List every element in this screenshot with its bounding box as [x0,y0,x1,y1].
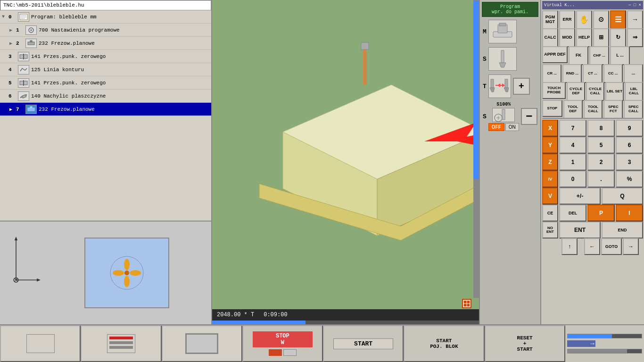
calc-button[interactable]: CALC [542,28,558,47]
num-8-key[interactable]: 8 [587,120,615,137]
num-7-key[interactable]: 7 [559,120,586,137]
spindle-off-button[interactable]: OFF [488,123,504,131]
start-button[interactable]: START [323,325,404,362]
mod-button[interactable]: MOD [559,28,575,47]
up-arrow-key[interactable]: ↑ [561,238,578,255]
v-key[interactable]: V [542,188,558,205]
arrow-right2-button[interactable]: ⇒ [627,28,643,47]
ent-key[interactable]: ENT [559,222,601,239]
svg-marker-16 [15,237,17,240]
right-arrow-key[interactable]: → [623,238,639,255]
bottom-btn-1[interactable] [0,325,81,362]
tree-item-4[interactable]: 4 125 Linia konturu [0,63,211,76]
info-icon-button[interactable]: ⊙ [593,10,609,29]
lbl-call-button[interactable]: LBL CALL [625,82,643,101]
appr-def-button[interactable]: APPR DEF [542,46,568,63]
virtual-kb-title: Virtual K... [544,3,575,8]
bottom-btn-2[interactable] [81,325,161,362]
num-4-key[interactable]: 4 [559,137,586,154]
arrow-right-button[interactable]: → [627,10,643,29]
percent-key[interactable]: % [616,171,643,188]
svg-rect-7 [30,41,32,42]
ct-button[interactable]: CT ... [583,64,602,83]
lbl-set-button[interactable]: LBL SET [605,82,624,101]
end-key[interactable]: END [602,222,643,239]
num-0-key[interactable]: 0 [559,171,586,188]
tree-item-2[interactable]: ▶ 2 232 Frezow.planowe [0,37,211,50]
svg-point-25 [124,276,130,287]
plus-minus-key[interactable]: +/- [559,188,601,205]
tool-call-button[interactable]: TOOL CALL [584,100,603,119]
minus-button[interactable]: − [521,108,537,125]
chf-def-button[interactable]: CHF ... [589,46,609,65]
ce-key[interactable]: CE [542,205,558,222]
num-row-v: V +/- Q [542,188,643,204]
iv-key[interactable]: IV [542,171,558,188]
spindle-svg [493,108,514,122]
num-1-key[interactable]: 1 [559,154,586,171]
tool-def-button[interactable]: TOOL DEF [563,100,583,119]
help-button[interactable]: HELP [576,28,592,47]
bottom-icon-2 [107,334,135,353]
del-key[interactable]: DEL [559,205,586,222]
spec-fct-button[interactable]: SPEC FCT [603,100,623,119]
program-icon [18,12,29,22]
machine-t-svg [489,77,511,96]
y-key[interactable]: Y [542,137,558,154]
tree-item-3[interactable]: 3 141 Przes.punk. zerowego [0,50,211,63]
grid-icon-button[interactable]: ⊞ [593,28,609,47]
num-6-key[interactable]: 6 [616,137,643,154]
file-path-text: TNC:\mb5-2011\blebleble.hu [3,2,84,8]
num-5-key[interactable]: 5 [587,137,615,154]
i-key[interactable]: I [616,205,643,222]
num-3-key[interactable]: 3 [616,154,643,171]
start-poj-blok-button[interactable]: STARTPOJ. BLOK [404,325,484,362]
refresh-icon-button[interactable]: ↻ [610,28,626,47]
list-icon-button[interactable]: ☰ [610,10,626,29]
l-button[interactable]: L ... [610,46,630,65]
cr-button[interactable]: CR ... [542,64,561,83]
rnd-button[interactable]: RND ... [562,64,582,83]
touch-probe-button[interactable]: TOUCH PROBE [542,82,566,99]
spec-call-button[interactable]: SPEC CALL [624,100,643,119]
t-section: T + [482,74,538,99]
program-info: Program wpr. do pami. [482,2,538,17]
plus-button[interactable]: + [513,78,530,95]
z-key[interactable]: Z [542,154,558,171]
x-key[interactable]: X [542,120,558,137]
item-num: 5 [8,80,18,86]
tree-item-1[interactable]: ▶ 1 700 Nastawienia programowe [0,24,211,37]
tree-item-6[interactable]: 6 140 Nachylic plaszczyzne [0,90,211,103]
dot-key[interactable]: . [587,171,615,188]
tree-item-5[interactable]: 5 141 Przes.punk. zerowego [0,76,211,90]
goto-key[interactable]: GOTO [601,238,622,255]
left-arrow-key[interactable]: ← [584,238,600,255]
p-key[interactable]: P [587,205,615,222]
spindle-on-button[interactable]: ON [505,123,519,131]
off-on-controls: OFF ON [488,123,519,131]
num-9-key[interactable]: 9 [616,120,643,137]
hand-icon-button[interactable]: ✋ [576,10,592,29]
viewport-scrollbar[interactable] [473,0,479,298]
q-key[interactable]: Q [602,188,643,205]
bottom-btn-3[interactable] [162,325,242,362]
item-num: 2 [16,41,25,46]
cycle-def-button[interactable]: CYCLE DEF [567,82,585,101]
fk-button[interactable]: FK [569,46,588,65]
scroll-thumb [473,0,479,179]
nav-row: ↑ ← GOTO → [542,239,643,255]
pgm-mgt-button[interactable]: PGM MGT [542,10,558,29]
mill2-icon-svg [27,106,35,113]
no-ent-key[interactable]: NO ENT [542,222,558,239]
cc-button[interactable]: CC ... [603,64,623,83]
err-button[interactable]: ERR [559,10,575,29]
stop-button[interactable]: STOP [542,100,562,117]
cycle-call-button[interactable]: CYCLE CALL [586,82,604,101]
tree-item-root[interactable]: ▼ 0 Program: blebleble mm [0,10,211,24]
tree-item-7[interactable]: ▶ 7 232 Frezow.planowe [0,103,211,116]
num-2-key[interactable]: 2 [587,154,615,171]
stop-w-button[interactable]: STOPW [242,325,323,362]
reset-start-button[interactable]: RESET+START [485,325,565,362]
svg-rect-35 [361,42,369,49]
dots-button[interactable]: ... [624,64,643,83]
